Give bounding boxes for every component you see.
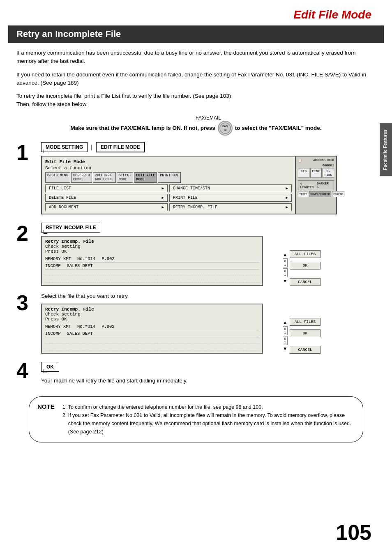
nav-up-3[interactable]: ▲ [283,320,288,325]
quality-fine[interactable]: FINE [310,168,322,178]
retry-data-row1-3: MEMORY XMT No.=014 P.002 [45,323,259,330]
note-label: NOTE [37,403,55,410]
retry-empty-2 [45,276,259,283]
step-4-content: OK Your machine will retry the file and … [41,360,376,388]
step-2-lcd-container: Retry Incomp. File Check setting Press O… [41,236,321,286]
text-mode-text[interactable]: TEXT [298,191,308,197]
step-2-number: 2 [16,223,35,244]
fax-email-instruction: Make sure that the FAX/EMAIL lamp is ON.… [16,121,376,136]
page-header: Edit File Mode [0,0,392,25]
lcd-right-panel: 📋 ADDRESS BOOK 600001 STD FINE S-FINE ◁ … [296,156,337,214]
tab-deferred[interactable]: DEFERREDCOMM. [71,172,92,183]
func-delete-file[interactable]: DELETE FILE▶ [45,194,168,202]
step-4-ok: OK [41,362,376,372]
retry-empty-4 [45,344,259,350]
text-mode-photo[interactable]: PHOTO [332,191,344,197]
cancel-btn-3[interactable]: CANCEL [290,346,321,354]
retry-side-buttons-3: ALL FILES OK CANCEL [290,304,321,354]
step-2: 2 RETRY INCOMP. FILE Retry Incomp. File … [16,223,376,286]
step-3: 3 Select the file that you want to retry… [16,292,376,354]
quality-std[interactable]: STD [298,168,309,178]
func-change-time[interactable]: CHANGE TIME/STN▶ [169,184,292,192]
page-title: Edit File Mode [293,8,371,21]
func-file-list[interactable]: FILE LIST▶ [45,184,168,192]
func-add-document[interactable]: ADD DOCUMENT▶ [45,203,168,211]
ok-btn-3[interactable]: OK [290,329,321,337]
panel-count: 600001 [298,164,334,167]
step-2-lcd: Retry Incomp. File Check setting Press O… [41,236,281,286]
step-3-lcd-container: Retry Incomp. File Check setting Press O… [41,304,321,354]
step-2-content: RETRY INCOMP. FILE Retry Incomp. File Ch… [41,223,376,286]
content: If a memory communication has been unsuc… [0,49,392,442]
step-3-text: Select the file that you want to retry. [41,292,376,300]
text-mode-gray[interactable]: GRAY/PHOTO [309,191,331,197]
step-4-text: Your machine will retry the file and sta… [41,377,376,385]
lcd-screen-step1: Edit File Mode Select a function BASIC M… [41,156,296,214]
separator: | [91,144,92,150]
tab-basic-menu[interactable]: BASIC MENU [45,172,70,183]
func-print-file[interactable]: PRINT FILE▶ [169,194,292,202]
lcd-title-s1: Edit File Mode [45,159,292,164]
note-text: To confirm or change the entered telepho… [61,403,355,436]
nav-down-3[interactable]: ▼ [283,346,288,352]
nav-num-top-2: 01 [283,258,288,267]
retry-empty-1 [45,269,259,276]
note-section: NOTE To confirm or change the entered te… [29,396,363,442]
panel-icon-text: 📋 [298,159,302,162]
step-4: 4 OK Your machine will retry the file an… [16,360,376,388]
page-number: 105 [336,520,371,545]
retry-incomp-button[interactable]: RETRY INCOMP. FILE [41,223,100,233]
retry-lcd-screen-3: Retry Incomp. File Check setting Press O… [41,304,263,354]
func-retry-incomp[interactable]: RETRY INCOMP. FILE▶ [169,203,292,211]
all-files-btn-3[interactable]: ALL FILES [290,318,321,326]
retry-lcd-sub2-2: Press OK [45,249,259,254]
retry-data-row1-2: MEMORY XMT No.=014 P.002 [45,256,259,263]
nav-num-bot-2: 01 [283,268,288,277]
nav-num-top-3: 01 [283,326,288,335]
svg-text:✉: ✉ [224,129,226,131]
step-1-number: 1 [16,142,35,163]
step-3-lcd: Retry Incomp. File Check setting Press O… [41,304,281,354]
lcd-subtitle-s1: Select a function [45,166,292,170]
retry-lcd-sub1-2: Check setting [45,244,259,249]
retry-lcd-title-2: Retry Incomp. File [45,239,259,244]
retry-lcd-sub2-3: Press OK [45,317,259,322]
retry-lcd-title-3: Retry Incomp. File [45,307,259,312]
ok-btn-2[interactable]: OK [290,262,321,269]
step-1: 1 MODE SETTING | EDIT FILE MODE Edit Fil… [16,142,376,216]
right-tab: Facsimile Features [380,123,392,176]
step-4-number: 4 [16,360,35,381]
step-1-lcd: Edit File Mode Select a function BASIC M… [41,156,337,214]
retry-lcd-screen-2: Retry Incomp. File Check setting Press O… [41,236,263,286]
tab-select[interactable]: SELECTMODE [117,172,134,183]
text-mode-grid: TEXT GRAY/PHOTO PHOTO [298,191,334,197]
lighter-darker-control[interactable]: ◁ LIGHTER DARKER ▷ [298,180,334,190]
tab-print-out[interactable]: PRINT OUT [158,172,181,183]
tab-edit-file[interactable]: EDIT FILEMODE [134,172,157,183]
paragraph-1: If a memory communication has been unsuc… [16,49,376,66]
tab-polling[interactable]: POLLING/ADV.COMM. [93,172,116,183]
retry-data-row2-2: INCOMP SALES DEPT [45,263,259,269]
lcd-functions: FILE LIST▶ CHANGE TIME/STN▶ DELETE FILE▶… [45,184,292,211]
step-2-buttons: RETRY INCOMP. FILE [41,223,376,233]
step-1-buttons: MODE SETTING | EDIT FILE MODE [41,142,376,152]
nav-num-bot-3: 01 [283,336,288,345]
nav-down-2[interactable]: ▼ [283,278,288,284]
quality-sfine[interactable]: S-FINE [323,168,334,178]
fax-email-section: FAX/EMAIL Make sure that the FAX/EMAIL l… [16,115,376,136]
svg-text:FAX: FAX [222,125,228,128]
step-3-content: Select the file that you want to retry. … [41,292,376,354]
ok-button[interactable]: OK [41,362,59,372]
edit-file-mode-button[interactable]: EDIT FILE MODE [96,142,145,152]
cancel-btn-2[interactable]: CANCEL [290,278,321,286]
section-title-bar: Retry an Incomplete File [8,25,384,43]
retry-lcd-sub1-3: Check setting [45,312,259,317]
note-item-1: To confirm or change the entered telepho… [68,403,355,411]
note-item-2: If you set Fax Parameter No.031 to Valid… [68,411,355,436]
mode-setting-button[interactable]: MODE SETTING [41,142,88,152]
fax-button-icon[interactable]: FAX ✉ [218,121,233,136]
nav-up-2[interactable]: ▲ [283,252,288,258]
retry-empty-3 [45,337,259,344]
step-3-number: 3 [16,292,35,313]
all-files-btn-2[interactable]: ALL FILES [290,250,321,258]
